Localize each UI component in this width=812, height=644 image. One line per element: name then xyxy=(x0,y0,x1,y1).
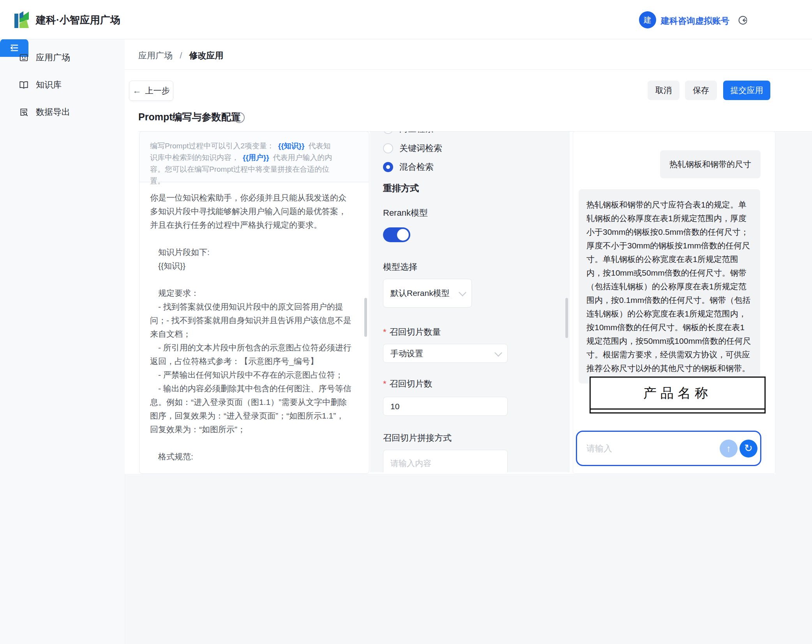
concat-mode-label: 召回切片拼接方式 xyxy=(383,432,452,444)
required-asterisk: * xyxy=(383,327,387,337)
submit-app-button[interactable]: 提交应用 xyxy=(723,81,770,100)
user-message-bubble: 热轧钢板和钢带的尺寸 xyxy=(660,150,761,178)
cancel-button[interactable]: 取消 xyxy=(648,81,680,100)
app-plaza-icon xyxy=(19,53,29,63)
sidebar-item-label: 应用广场 xyxy=(36,52,70,63)
assistant-message-bubble: 热轧钢板和钢带的尺寸应符合表1的规定。单轧钢板的公称厚度在表1所规定范围内，厚度… xyxy=(579,189,760,384)
back-button-label: 上一步 xyxy=(145,85,170,96)
sidebar-item-label: 知识库 xyxy=(36,79,62,91)
prompt-textarea[interactable]: 你是一位知识检索助手，你必须并且只能从我发送的众多知识片段中寻找能够解决用户输入… xyxy=(150,191,351,463)
page: 建科·小智应用广场 建 建科咨询虚拟账号 应用广场 xyxy=(0,0,812,644)
radio-checked-icon xyxy=(383,162,393,172)
rerank-section-heading: 重排方式 xyxy=(383,182,419,194)
radio-vector-retrieval[interactable]: 向量检索 xyxy=(383,132,434,135)
save-button[interactable]: 保存 xyxy=(685,81,717,100)
chat-input-bar: ↑ ↻ xyxy=(576,431,761,466)
knowledge-variable[interactable]: {{知识}} xyxy=(278,142,305,150)
toggle-knob-icon xyxy=(397,229,409,241)
company-logo-icon xyxy=(13,10,30,30)
knowledge-base-icon xyxy=(19,80,29,90)
app-title: 建科·小智应用广场 xyxy=(36,13,120,27)
sidebar-item-app-plaza[interactable]: 应用广场 xyxy=(0,49,125,66)
radio-icon xyxy=(383,143,393,153)
header: 建科·小智应用广场 建 建科咨询虚拟账号 xyxy=(0,0,812,39)
breadcrumb: 应用广场 / 修改应用 xyxy=(138,50,223,62)
rerank-toggle[interactable] xyxy=(383,227,410,242)
prompt-editor-panel: 编写Prompt过程中可以引入2项变量：{{知识}}代表知识库中检索到的知识内容… xyxy=(139,131,369,474)
prompt-variable-hint: 编写Prompt过程中可以引入2项变量：{{知识}}代表知识库中检索到的知识内容… xyxy=(139,132,369,182)
info-icon[interactable]: i xyxy=(234,112,245,123)
breadcrumb-separator: / xyxy=(180,51,182,60)
account-name[interactable]: 建科咨询虚拟账号 xyxy=(661,15,729,27)
refresh-icon: ↻ xyxy=(744,442,753,454)
sidebar-item-data-export[interactable]: 数据导出 xyxy=(0,104,125,121)
settings-scrollbar[interactable] xyxy=(565,298,568,338)
slice-count-input[interactable] xyxy=(383,397,508,416)
arrow-left-icon: ← xyxy=(133,86,141,96)
section-title: Prompt编写与参数配置 xyxy=(138,111,241,123)
answer-table-image: 产品名称 xyxy=(590,377,766,413)
slice-count-mode-select[interactable]: 手动设置 xyxy=(383,344,508,363)
back-button[interactable]: ← 上一步 xyxy=(129,81,173,101)
regenerate-button[interactable]: ↻ xyxy=(740,440,757,457)
hint-text: 编写Prompt过程中可以引入2项变量： xyxy=(150,142,274,150)
concat-mode-input[interactable] xyxy=(383,450,508,472)
logout-icon[interactable] xyxy=(738,15,748,25)
breadcrumb-parent[interactable]: 应用广场 xyxy=(138,51,173,60)
avatar[interactable]: 建 xyxy=(639,11,656,28)
sidebar-item-knowledge-base[interactable]: 知识库 xyxy=(0,76,125,93)
model-select-label: 模型选择 xyxy=(383,261,417,273)
breadcrumb-current: 修改应用 xyxy=(189,51,223,60)
prompt-scrollbar[interactable] xyxy=(364,298,367,337)
rerank-model-label: Rerank模型 xyxy=(383,207,428,219)
sidebar: 应用广场 知识库 数据导出 xyxy=(0,39,125,644)
chevron-down-icon xyxy=(494,349,502,357)
rerank-model-select[interactable]: 默认Rerank模型 xyxy=(383,279,472,308)
required-asterisk: * xyxy=(383,379,387,389)
slice-count-label: *召回切片数 xyxy=(383,378,432,390)
chat-input[interactable] xyxy=(586,443,696,454)
breadcrumb-bar xyxy=(125,39,812,70)
radio-icon xyxy=(383,132,393,134)
select-value: 默认Rerank模型 xyxy=(390,288,450,299)
data-export-icon xyxy=(19,107,29,117)
retrieval-settings-panel: 向量检索 关键词检索 混合检索 重排方式 Rerank模型 模型选择 默认Rer… xyxy=(370,132,570,472)
arrow-up-icon: ↑ xyxy=(726,443,731,454)
chat-preview-panel: 热轧钢板和钢带的尺寸 热轧钢板和钢带的尺寸应符合表1的规定。单轧钢板的公称厚度在… xyxy=(573,131,775,474)
slice-count-mode-label: *召回切片数量 xyxy=(383,326,441,338)
sidebar-item-label: 数据导出 xyxy=(36,106,70,118)
user-variable[interactable]: {{用户}} xyxy=(243,153,269,162)
radio-keyword-retrieval[interactable]: 关键词检索 xyxy=(383,143,442,154)
send-button[interactable]: ↑ xyxy=(720,440,738,457)
radio-hybrid-retrieval[interactable]: 混合检索 xyxy=(383,161,434,173)
select-value: 手动设置 xyxy=(390,348,423,359)
table-header-cell: 产品名称 xyxy=(591,378,764,410)
chevron-down-icon xyxy=(459,289,466,296)
